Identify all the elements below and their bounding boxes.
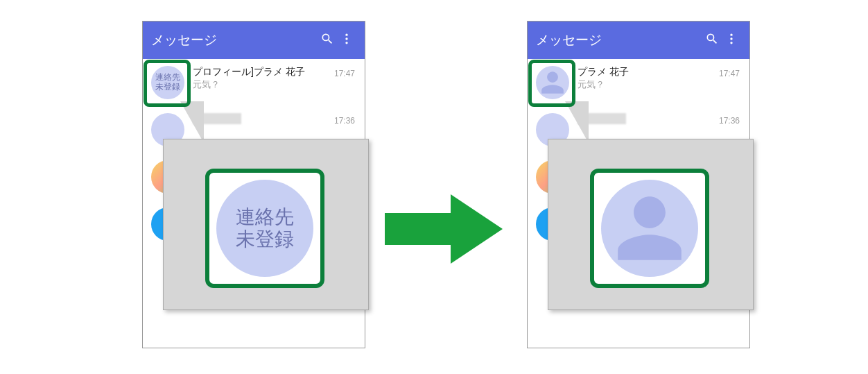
app-header: メッセージ [143,22,365,59]
svg-point-6 [730,42,732,44]
message-preview: 元気？ [578,78,741,91]
avatar-text-line2: 未登録 [155,82,180,92]
app-title: メッセージ [536,31,702,49]
contact-name: プロフィール]プラメ 花子 [193,66,356,78]
avatar-text-line1: 連絡先 [155,72,180,82]
avatar-default-large [601,180,698,277]
svg-point-4 [730,33,732,35]
app-header: メッセージ [528,22,749,59]
svg-point-5 [730,37,732,40]
list-item[interactable]: プラメ 花子 元気？ 17:47 [528,59,749,106]
contact-name: プラメ 花子 [578,66,741,78]
avatar-large-l2: 未登録 [236,228,294,250]
more-icon[interactable] [722,32,741,49]
avatar-default [536,66,569,99]
message-time: 17:36 [334,116,355,126]
app-title: メッセージ [151,31,318,49]
svg-point-2 [345,42,347,44]
callout-magnified [548,139,754,310]
message-time: 17:47 [334,69,355,78]
message-preview: 元気？ [193,78,356,91]
highlight-box-large: 連絡先 未登録 [205,169,324,288]
svg-marker-3 [385,194,503,264]
avatar-unregistered-large: 連絡先 未登録 [216,180,313,277]
search-icon[interactable] [318,32,337,49]
message-time: 17:47 [719,69,740,78]
callout-magnified: 連絡先 未登録 [163,139,369,310]
message-time: 17:36 [719,116,740,126]
svg-point-0 [345,33,347,35]
callout-tail [565,101,589,143]
search-icon[interactable] [702,32,722,49]
callout-tail [180,101,204,143]
list-item[interactable]: 連絡先 未登録 プロフィール]プラメ 花子 元気？ 17:47 [143,59,365,106]
arrow-icon [381,191,506,270]
svg-point-1 [345,37,347,40]
avatar-large-l1: 連絡先 [236,206,294,228]
avatar-unregistered: 連絡先 未登録 [151,66,184,99]
more-icon[interactable] [337,32,356,49]
highlight-box-large [590,169,709,288]
